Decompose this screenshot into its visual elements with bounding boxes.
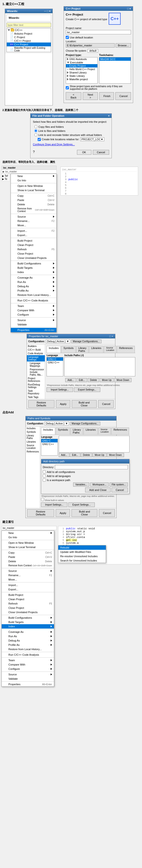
ffo-project-loc-dropdown[interactable]: PROJECT_LOC ▼ (80, 137, 105, 141)
configure-dnd-link[interactable]: Configure Drag and Drop Settings... (33, 143, 75, 146)
sidebar-item-code-analysis[interactable]: Code Analysis (27, 352, 45, 355)
build-close-btn[interactable]: Build and Close (72, 400, 97, 408)
step3-menu-refresh[interactable]: Refresh F5 (2, 601, 54, 606)
tree-item-makefile-existing[interactable]: 📄 Makefile Project with Existing Code (7, 46, 51, 52)
menu-validate[interactable]: Validate (11, 322, 57, 327)
menu-profile-as[interactable]: Profile As (11, 288, 57, 293)
project-name-input[interactable] (66, 30, 131, 34)
sidebar-item-task-tags[interactable]: Task Tags (27, 395, 45, 399)
tab-includes[interactable]: Includes (46, 346, 61, 353)
back-button[interactable]: < Back (66, 92, 81, 100)
list-item-hello-world[interactable]: ○ Hello World C++ Project (66, 67, 97, 71)
step3-menu-delete[interactable]: Delete Delete (2, 559, 54, 563)
menu-debug-as[interactable]: Debug As (11, 284, 57, 288)
menu-rename[interactable]: Rename... F2 (11, 219, 57, 223)
menu-paste[interactable]: Paste Ctrl+V (11, 198, 57, 202)
sidebar-symbols[interactable]: Symbols (26, 430, 40, 434)
restore-defaults-btn[interactable]: Restore Defaults (28, 400, 55, 408)
menu-properties[interactable]: Properties Alt+Enter (11, 328, 57, 332)
ffo-cancel-button[interactable]: Cancel (93, 150, 109, 155)
lang-gnu-cpp[interactable]: GNU C++ (47, 361, 63, 364)
is-workspace-checkbox[interactable] (43, 478, 46, 482)
menu-run-as[interactable]: Run As (11, 280, 57, 284)
add-to-all-configs-checkbox[interactable] (43, 470, 46, 473)
menu-go-into[interactable]: Go Into (11, 178, 57, 183)
sidebar-libraries[interactable]: Libraries (26, 440, 40, 444)
menu-open-window[interactable]: Open in New Window (11, 184, 57, 188)
edit-btn[interactable]: Edit... (77, 378, 87, 382)
ffo-radio-virtual[interactable] (34, 133, 37, 136)
menu-source[interactable]: Source (11, 215, 57, 219)
tab-lib-paths2[interactable]: Library Paths (71, 428, 83, 434)
sidebar-item-task-repo[interactable]: Task Repository (27, 389, 45, 395)
browse-button[interactable]: Browse... (116, 43, 131, 48)
menu-run-analysis[interactable]: Run C/C++ Code Analysis (11, 298, 57, 303)
step3-menu-close-unrelated[interactable]: Close Unrelated Projects (2, 610, 54, 614)
tab-refs2[interactable]: References (111, 428, 129, 434)
file-system-btn[interactable]: File system... (110, 483, 128, 487)
paths-cancel-btn[interactable]: Cancel (99, 509, 115, 517)
step3-menu-copy[interactable]: Copy Ctrl+C (2, 551, 54, 555)
menu-restore-history[interactable]: Restore from Local History... (11, 293, 57, 297)
step3-menu-analysis[interactable]: Run C/C++ Code Analysis (2, 653, 54, 657)
list-item-empty-project[interactable]: ○ Empty Project (66, 64, 97, 67)
menu-coverage-as[interactable]: Coverage As (11, 276, 57, 280)
menu-clean-project[interactable]: Clean Project (11, 243, 57, 247)
menu-remove-context[interactable]: Remove from Context Ctrl+Alt+Shift+Down (11, 207, 57, 213)
move-down-btn[interactable]: Move Down (114, 378, 132, 382)
import-settings-btn[interactable]: Import Settings... (46, 388, 73, 392)
paths-add-btn[interactable]: Add... (59, 453, 69, 457)
step3-menu-local-terminal[interactable]: Show in Local Terminal (2, 545, 54, 549)
export-settings-btn[interactable]: Export Settings... (74, 388, 100, 392)
ffo-radio-link[interactable] (34, 129, 37, 132)
menu-export[interactable]: Export... (11, 233, 57, 237)
step3-menu-remove-context[interactable]: Remove from Context Ctrl+Alt+Shift+Down (2, 563, 54, 567)
sidebar-item-language-settings[interactable]: Language Settings (27, 355, 45, 362)
sidebar-library-paths[interactable]: Library Paths (26, 434, 40, 440)
lang-gnu-cpp2[interactable]: GNU C++ (41, 442, 58, 446)
menu-close-project[interactable]: Close Project (11, 251, 57, 256)
submenu-search-unresolved[interactable]: Search for Unresolved Includes (58, 558, 106, 563)
step3-menu-open-window[interactable]: Open in New Window (2, 540, 54, 545)
tab-library-paths[interactable]: Library Paths (76, 346, 89, 353)
step3-menu-validate[interactable]: Validate (2, 677, 54, 681)
submenu-reresolve[interactable]: Re-resolve Unresolved Includes (58, 554, 106, 558)
manage-configs-btn[interactable]: Manage Configurations... (71, 340, 102, 343)
sidebar-item-run-debug[interactable]: Run/Debug Settings (27, 383, 45, 389)
sidebar-includes[interactable]: Includes (26, 427, 40, 430)
ffo-option-link[interactable]: Link to files and folders (33, 129, 109, 132)
move-up-btn[interactable]: Move Up (100, 378, 114, 382)
paths-manage-btn[interactable]: Manage Configurations... (70, 422, 100, 425)
menu-delete[interactable]: Delete Delete (11, 202, 57, 207)
ffo-option-virtual[interactable]: Link to and recreate folder structure wi… (33, 133, 109, 136)
tree-item-c-project[interactable]: 📄 C Project (7, 35, 51, 39)
menu-local-terminal[interactable]: Show in Local Terminal (11, 188, 57, 192)
step3-menu-source2[interactable]: Source (2, 672, 54, 677)
lang-gnu-c[interactable]: GNU C (47, 358, 63, 361)
menu-compare-with[interactable]: Compare With (11, 308, 57, 312)
menu-build-targets[interactable]: Build Targets (11, 266, 57, 270)
add-btn[interactable]: Add... (65, 378, 76, 382)
step3-menu-rename[interactable]: Rename... F2 (2, 573, 54, 578)
menu-configure[interactable]: Configure (11, 312, 57, 317)
finish-button[interactable]: Finish (99, 92, 114, 100)
tab-symbols[interactable]: Symbols (61, 346, 76, 353)
apply-btn[interactable]: Apply (56, 400, 70, 408)
config-dropdown[interactable]: Debug [ Active ] ▼ (46, 339, 70, 343)
submenu-rebuild[interactable]: Rebuild (58, 546, 106, 550)
add-to-all-langs-checkbox[interactable] (43, 474, 46, 477)
sidebar-item-project-refs[interactable]: Project References (27, 377, 45, 383)
paths-move-up-btn[interactable]: Move Up (93, 453, 106, 457)
menu-copy[interactable]: Copy Ctrl+C (11, 194, 57, 198)
step3-menu-close-project[interactable]: Close Project (2, 606, 54, 610)
variables-btn[interactable]: Variables... (73, 483, 89, 487)
menu-source2[interactable]: Source (11, 318, 57, 322)
tab-libs2[interactable]: Libraries (83, 428, 98, 434)
paths-move-down-btn[interactable]: Move Down (107, 453, 124, 457)
show-types-checkbox[interactable] (66, 86, 69, 89)
step3-menu-new[interactable]: New (2, 531, 54, 535)
paths-import-btn[interactable]: Import Settings... (41, 502, 67, 507)
list-item-makefile-project[interactable]: Makefile project (66, 78, 97, 81)
lang-gnu-c2[interactable]: GNU C (41, 439, 58, 442)
step3-menu-configure[interactable]: Configure (2, 667, 54, 671)
